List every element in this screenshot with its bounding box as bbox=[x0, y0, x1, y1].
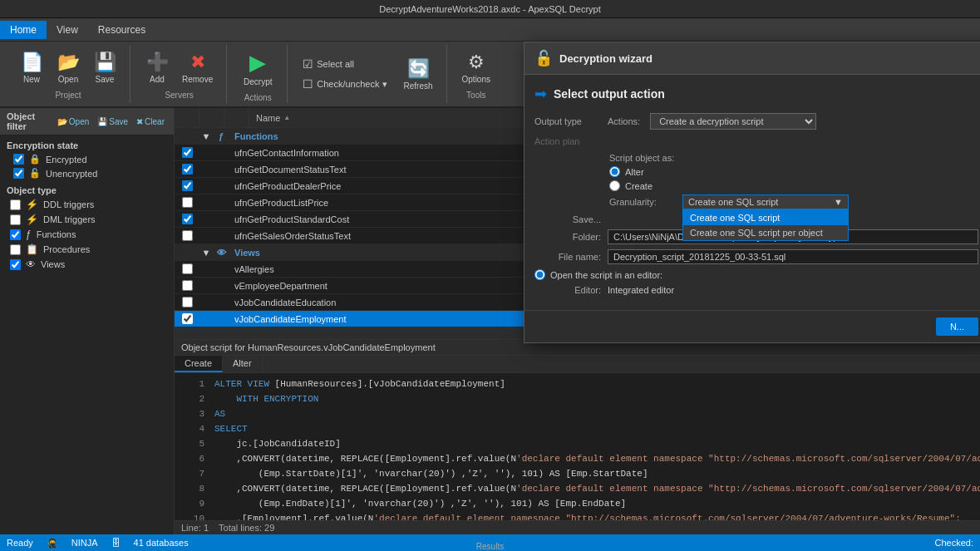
open-script-radio[interactable] bbox=[534, 269, 545, 280]
dml-checkbox[interactable] bbox=[10, 214, 21, 225]
tab-alter[interactable]: Alter bbox=[223, 356, 263, 372]
actions-group-label: Actions bbox=[244, 93, 272, 102]
menu-item-resources[interactable]: Resources bbox=[88, 21, 155, 39]
wizard-next-button[interactable]: N... bbox=[936, 317, 978, 336]
granularity-menu[interactable]: Create one SQL script Create one SQL scr… bbox=[682, 209, 849, 241]
open-icon: 📂 bbox=[57, 52, 80, 73]
row-check[interactable] bbox=[175, 214, 199, 224]
views-checkbox[interactable] bbox=[10, 259, 21, 270]
gran-option-1[interactable]: Create one SQL script bbox=[683, 210, 848, 225]
new-button[interactable]: 📄 New bbox=[15, 48, 48, 87]
checked-label: Checked: bbox=[935, 538, 973, 548]
output-type-row: Output type Actions: Create a decryption… bbox=[534, 113, 978, 130]
save-field-label: Save... bbox=[534, 214, 601, 224]
check-uncheck-button[interactable]: ☐ Check/uncheck ▾ bbox=[298, 76, 392, 92]
row-check[interactable] bbox=[175, 263, 199, 274]
remove-button[interactable]: ✖ Remove bbox=[177, 48, 218, 87]
code-status: Line: 1 Total lines: 29 bbox=[175, 520, 980, 534]
views-label: Views bbox=[41, 259, 65, 269]
user-icon: 🥷 bbox=[47, 538, 58, 549]
filter-save-icon: 💾 bbox=[97, 117, 107, 126]
ddl-checkbox[interactable] bbox=[10, 199, 21, 210]
create-radio[interactable] bbox=[609, 180, 620, 191]
menu-item-home[interactable]: Home bbox=[0, 21, 47, 39]
col-name-label: Name bbox=[256, 113, 280, 123]
gran-option-2[interactable]: Create one SQL script per object bbox=[683, 225, 848, 240]
bottom-tabs: Create Alter bbox=[175, 356, 980, 373]
add-icon: ➕ bbox=[146, 52, 169, 73]
encrypted-item[interactable]: 🔒 Encrypted bbox=[0, 152, 174, 166]
toolbar-group-tools: ⚙ Options Tools bbox=[449, 45, 504, 103]
unencrypted-checkbox[interactable] bbox=[13, 168, 24, 179]
filter-clear-btn[interactable]: ✖ Clear bbox=[134, 116, 167, 127]
view-group-expand[interactable]: ▼ bbox=[199, 248, 213, 258]
open-button[interactable]: 📂 Open bbox=[52, 48, 85, 87]
total-lines-label: Total lines: 29 bbox=[219, 523, 274, 533]
toolbar-group-project: 📄 New 📂 Open 💾 Save Project bbox=[7, 45, 131, 103]
dml-triggers-item[interactable]: ⚡ DML triggers bbox=[0, 212, 174, 227]
step-title: Select output action bbox=[554, 87, 665, 101]
functions-checkbox[interactable] bbox=[10, 229, 21, 240]
wizard-step: ➡ Select output action bbox=[534, 85, 978, 103]
code-line: 5 jc.[JobCandidateID] bbox=[175, 436, 980, 451]
toolbar-group-servers: ➕ Add ✖ Remove Servers bbox=[132, 45, 227, 103]
alter-radio[interactable] bbox=[609, 166, 620, 177]
row-check[interactable] bbox=[175, 230, 199, 241]
filter-save-btn[interactable]: 💾 Save bbox=[95, 116, 131, 127]
title-bar: DecryptAdventureWorks2018.axdc - ApexSQL… bbox=[0, 0, 980, 18]
row-check[interactable] bbox=[175, 297, 199, 307]
procedures-icon: 📋 bbox=[26, 244, 38, 255]
options-button[interactable]: ⚙ Options bbox=[457, 48, 495, 87]
servers-group-label: Servers bbox=[165, 91, 193, 100]
functions-item[interactable]: ƒ Functions bbox=[0, 227, 174, 242]
open-script-label: Open the script in an editor: bbox=[550, 270, 662, 280]
editor-label: Editor: bbox=[534, 285, 601, 295]
filter-open-btn[interactable]: 📂 Open bbox=[55, 116, 91, 127]
procedures-checkbox[interactable] bbox=[10, 244, 21, 255]
granularity-select-btn[interactable]: Create one SQL script ▼ bbox=[682, 194, 849, 209]
row-check[interactable] bbox=[175, 180, 199, 191]
row-check[interactable] bbox=[175, 147, 199, 158]
granularity-row: Granularity: Create one SQL script ▼ Cre… bbox=[609, 194, 978, 209]
encrypted-label: Encrypted bbox=[46, 155, 87, 165]
unencrypted-item[interactable]: 🔓 Unencrypted bbox=[0, 166, 174, 180]
ddl-triggers-item[interactable]: ⚡ DDL triggers bbox=[0, 197, 174, 212]
filter-clear-label: Clear bbox=[145, 117, 165, 126]
code-line: 6 ,CONVERT(datetime, REPLACE([Employment… bbox=[175, 451, 980, 466]
options-icon: ⚙ bbox=[468, 52, 485, 73]
tab-create[interactable]: Create bbox=[175, 356, 223, 372]
actions-select[interactable]: Create a decryption script bbox=[650, 113, 816, 130]
ddl-icon: ⚡ bbox=[26, 199, 38, 210]
row-check[interactable] bbox=[175, 280, 199, 291]
dml-label: DML triggers bbox=[43, 214, 96, 224]
procedures-label: Procedures bbox=[43, 244, 90, 254]
editor-row: Editor: Integrated editor bbox=[534, 285, 978, 295]
row-check[interactable] bbox=[175, 197, 199, 208]
toolbar-group-results: ☑ Select all ☐ Check/uncheck ▾ 🔄 Refresh… bbox=[289, 45, 446, 103]
row-check[interactable] bbox=[175, 313, 199, 324]
views-item[interactable]: 👁 Views bbox=[0, 257, 174, 272]
row-check[interactable] bbox=[175, 164, 199, 175]
func-group-expand[interactable]: ▼ bbox=[199, 131, 213, 141]
new-label: New bbox=[23, 75, 40, 84]
editor-value: Integrated editor bbox=[608, 285, 978, 295]
decrypt-label: Decrypt bbox=[244, 77, 272, 86]
save-button[interactable]: 💾 Save bbox=[88, 48, 121, 87]
granularity-dropdown[interactable]: Create one SQL script ▼ Create one SQL s… bbox=[682, 194, 849, 209]
filter-clear-icon: ✖ bbox=[136, 117, 143, 126]
tools-group-label: Tools bbox=[466, 91, 485, 100]
select-all-icon: ☑ bbox=[303, 57, 313, 71]
name-sort-icon: ▲ bbox=[283, 114, 290, 121]
unencrypt-icon: 🔓 bbox=[29, 168, 41, 179]
add-button[interactable]: ➕ Add bbox=[140, 48, 174, 87]
select-all-button[interactable]: ☑ Select all bbox=[298, 56, 392, 72]
encrypted-checkbox[interactable] bbox=[13, 154, 24, 165]
procedures-item[interactable]: 📋 Procedures bbox=[0, 242, 174, 257]
menu-item-view[interactable]: View bbox=[47, 21, 88, 39]
col-type-icon bbox=[224, 108, 249, 127]
action-plan-label: Action plan bbox=[534, 136, 601, 146]
code-line: 4SELECT bbox=[175, 421, 980, 436]
refresh-button[interactable]: 🔄 Refresh bbox=[399, 55, 438, 94]
decrypt-button[interactable]: ▶ Decrypt bbox=[237, 47, 278, 90]
filename-input[interactable] bbox=[608, 249, 978, 264]
